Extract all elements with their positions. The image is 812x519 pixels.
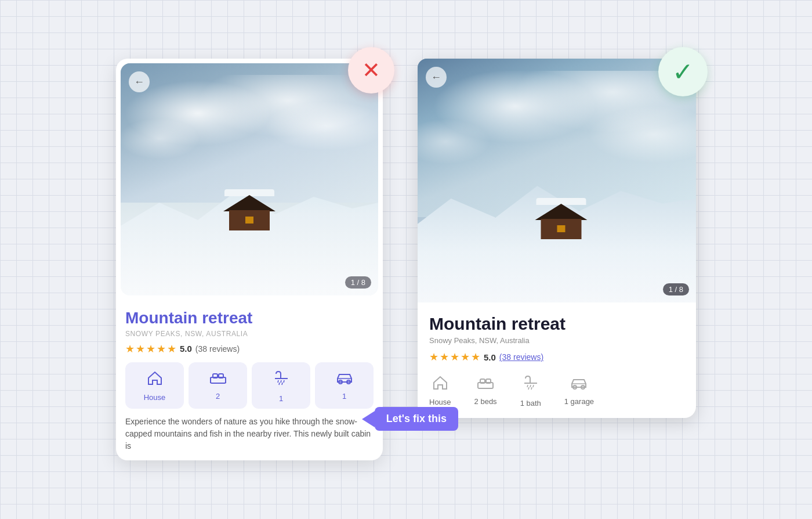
svg-line-18 <box>527 385 528 387</box>
right-card: ✓ ← 1 <box>418 59 696 418</box>
amenity-house-right: House <box>429 375 451 406</box>
amenity-shower-label-right: 1 bath <box>520 399 541 408</box>
amenity-shower-right: 1 bath <box>520 375 541 408</box>
reject-icon: ✕ <box>362 59 380 81</box>
svg-line-21 <box>528 387 529 390</box>
reject-button[interactable]: ✕ <box>348 47 394 93</box>
left-card-rating-score: 5.0 <box>180 344 192 354</box>
star-r4: ★ <box>461 351 470 363</box>
left-card-reviews: (38 reviews) <box>195 344 240 354</box>
amenity-bed-label-right: 2 beds <box>474 397 497 406</box>
star-r3: ★ <box>450 351 459 363</box>
svg-line-9 <box>279 383 280 385</box>
clouds-left <box>121 75 378 203</box>
cabin-roof-right <box>535 204 587 220</box>
star-r1: ★ <box>429 351 438 363</box>
star-2: ★ <box>136 343 145 355</box>
right-card-counter: 1 / 8 <box>663 283 689 295</box>
amenity-car-label-left: 1 <box>342 392 346 401</box>
star-4: ★ <box>157 343 166 355</box>
cabin-right <box>535 206 590 239</box>
svg-line-7 <box>281 380 281 383</box>
left-card: ✕ ← 1 <box>116 59 383 460</box>
shower-icon-right <box>523 375 538 395</box>
house-icon-left <box>147 370 163 390</box>
mountain-scene-right <box>418 59 696 302</box>
fix-annotation: Let's fix this <box>362 407 458 431</box>
amenity-shower-label-left: 1 <box>279 394 283 403</box>
back-icon-right: ← <box>431 71 441 84</box>
amenity-shower-left: 1 <box>252 362 310 409</box>
car-icon-left <box>335 370 354 388</box>
star-1: ★ <box>125 343 135 355</box>
left-card-location: SNOWY PEAKS, NSW, AUSTRALIA <box>125 330 374 338</box>
pointer-triangle <box>362 411 375 427</box>
right-card-reviews[interactable]: (38 reviews) <box>499 352 543 362</box>
cards-container: ✕ ← 1 <box>116 59 696 460</box>
cabin-body-right <box>541 219 581 239</box>
left-card-photo <box>121 63 378 295</box>
back-icon-left: ← <box>134 76 144 88</box>
car-icon-right <box>570 375 588 394</box>
svg-line-20 <box>533 385 534 387</box>
svg-line-10 <box>282 383 282 385</box>
left-card-body: Mountain retreat SNOWY PEAKS, NSW, AUSTR… <box>116 300 383 460</box>
svg-line-19 <box>530 385 531 387</box>
right-card-image-wrapper: ← 1 / 8 <box>418 59 696 302</box>
house-icon-right <box>432 375 448 394</box>
shower-icon-left <box>274 370 289 391</box>
svg-line-8 <box>284 380 284 383</box>
right-card-title: Mountain retreat <box>429 314 684 333</box>
left-card-amenities: House 2 <box>125 362 374 409</box>
approve-button[interactable]: ✓ <box>658 47 708 96</box>
cabin-left <box>223 199 276 230</box>
cabin-roof-left <box>223 195 276 211</box>
right-card-body: Mountain retreat Snowy Peaks, NSW, Austr… <box>418 302 696 418</box>
amenity-bed-left: 2 <box>188 362 247 409</box>
left-card-rating-row: ★ ★ ★ ★ ★ 5.0 (38 reviews) <box>125 343 374 355</box>
svg-rect-14 <box>478 383 493 388</box>
left-card-image-wrapper: ← 1 / 8 <box>121 63 378 295</box>
cabin-window-right <box>557 225 565 232</box>
left-card-back-button[interactable]: ← <box>129 71 150 92</box>
left-card-description: Experience the wonders of nature as you … <box>125 416 374 452</box>
fix-tooltip: Let's fix this <box>375 407 458 431</box>
right-card-rating-score: 5.0 <box>484 352 496 362</box>
cabin-body-left <box>229 210 270 230</box>
amenity-car-right: 1 garage <box>564 375 594 406</box>
star-r2: ★ <box>440 351 449 363</box>
left-card-counter: 1 / 8 <box>345 276 371 289</box>
star-5: ★ <box>167 343 176 355</box>
amenity-car-left: 1 <box>315 362 374 409</box>
svg-rect-0 <box>211 377 226 383</box>
amenity-house-left: House <box>125 362 184 409</box>
left-card-stars: ★ ★ ★ ★ ★ <box>125 343 176 355</box>
clouds-right <box>418 71 696 212</box>
svg-line-6 <box>278 380 278 383</box>
cabin-window-left <box>245 217 253 224</box>
amenity-house-label-right: House <box>429 398 451 406</box>
svg-line-22 <box>531 387 532 390</box>
approve-icon: ✓ <box>672 59 694 85</box>
right-card-photo <box>418 59 696 302</box>
bed-icon-left <box>209 370 227 388</box>
amenity-car-label-right: 1 garage <box>564 397 594 406</box>
star-3: ★ <box>146 343 155 355</box>
amenity-bed-label-left: 2 <box>216 392 220 401</box>
right-card-location: Snowy Peaks, NSW, Australia <box>429 336 684 345</box>
left-card-title: Mountain retreat <box>125 309 374 327</box>
mountain-scene-left <box>121 63 378 295</box>
bed-icon-right <box>477 375 494 394</box>
right-card-amenities: House 2 beds <box>429 375 684 408</box>
amenity-house-label-left: House <box>144 393 166 402</box>
right-card-back-button[interactable]: ← <box>426 67 447 88</box>
star-r5: ★ <box>471 351 480 363</box>
amenity-bed-right: 2 beds <box>474 375 497 406</box>
right-card-rating-row: ★ ★ ★ ★ ★ 5.0 (38 reviews) <box>429 351 684 363</box>
right-card-stars: ★ ★ ★ ★ ★ <box>429 351 480 363</box>
